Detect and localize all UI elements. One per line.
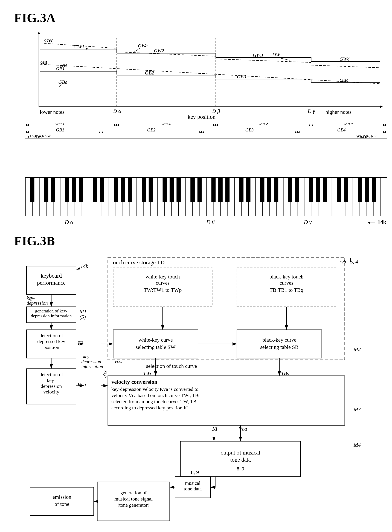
svg-text:GB3: GB3 <box>245 127 254 132</box>
svg-marker-189 <box>368 222 370 224</box>
svg-rect-245 <box>113 330 198 358</box>
svg-rect-248 <box>237 330 322 358</box>
svg-text:DW: DW <box>272 52 280 57</box>
svg-line-36 <box>58 85 62 87</box>
fig3a: FIG.3A weight lower notes higher notes D… <box>14 11 378 227</box>
svg-text:curves: curves <box>156 280 170 286</box>
svg-marker-45 <box>114 124 116 126</box>
svg-rect-182 <box>365 178 369 202</box>
svg-text:white-key touch: white-key touch <box>145 274 180 280</box>
svg-marker-51 <box>213 124 215 126</box>
svg-rect-154 <box>93 178 97 202</box>
svg-text:detection of: detection of <box>40 333 63 338</box>
svg-rect-95 <box>25 139 387 177</box>
svg-rect-157 <box>121 178 125 202</box>
svg-text:keyboard: keyboard <box>41 273 62 279</box>
svg-text:depression: depression <box>27 300 48 306</box>
svg-text:emission: emission <box>52 494 71 500</box>
svg-text:black-key curve: black-key curve <box>262 337 296 343</box>
svg-line-14 <box>117 52 216 56</box>
svg-rect-153 <box>79 178 83 202</box>
svg-text:GB3: GB3 <box>237 74 246 80</box>
svg-rect-164 <box>191 178 195 202</box>
svg-text:rvb: rvb <box>340 259 346 264</box>
svg-text:higher notes: higher notes <box>325 109 351 115</box>
svg-rect-171 <box>260 178 264 202</box>
svg-text:velocity Vca based on touch cu: velocity Vca based on touch curve TWr, T… <box>111 393 200 398</box>
svg-text:velocity: velocity <box>43 389 59 395</box>
svg-marker-81 <box>295 131 297 133</box>
svg-rect-155 <box>100 178 104 202</box>
svg-text:K84  K86: K84 K86 <box>357 135 372 139</box>
svg-text:GB4: GB4 <box>340 77 349 83</box>
svg-text:performance: performance <box>37 280 65 286</box>
svg-text:(tone generator): (tone generator) <box>118 502 149 508</box>
svg-text:Ki: Ki <box>212 426 217 432</box>
svg-text:key-: key- <box>47 377 56 383</box>
svg-text:D α: D α <box>65 219 73 225</box>
svg-text:8, 9: 8, 9 <box>237 466 244 471</box>
svg-text:selected from among touch curv: selected from among touch curves TW, TB <box>111 399 196 404</box>
svg-rect-179 <box>337 178 341 202</box>
svg-text:white-key curve: white-key curve <box>138 337 173 343</box>
svg-text:GWa: GWa <box>138 43 148 48</box>
svg-text:D γ: D γ <box>303 219 312 225</box>
svg-text:Kva: Kva <box>77 382 86 387</box>
svg-marker-63 <box>383 124 385 126</box>
svg-text:GW3: GW3 <box>258 122 268 126</box>
svg-marker-50 <box>117 124 119 126</box>
svg-text:GB1: GB1 <box>56 66 65 71</box>
svg-marker-74 <box>101 131 103 133</box>
svg-text:output of musical: output of musical <box>221 449 260 456</box>
svg-marker-86 <box>297 131 299 133</box>
svg-text:touch curve storage TD: touch curve storage TD <box>111 259 165 266</box>
svg-rect-152 <box>72 178 76 202</box>
svg-text:of tone: of tone <box>55 501 69 507</box>
svg-text:according to depressed key pos: according to depressed key position Ki. <box>111 405 190 410</box>
svg-marker-68 <box>27 131 29 133</box>
svg-text:GW4: GW4 <box>344 122 353 126</box>
svg-text:M2: M2 <box>354 346 361 352</box>
svg-text:musical: musical <box>185 480 200 486</box>
svg-text:GB: GB <box>40 59 47 65</box>
svg-marker-87 <box>383 131 385 133</box>
svg-text:M1: M1 <box>79 308 87 314</box>
svg-text:depression: depression <box>41 383 62 389</box>
svg-marker-56 <box>216 124 218 126</box>
svg-text:Vca: Vca <box>239 426 247 432</box>
svg-rect-160 <box>149 178 153 202</box>
graph-area: weight lower notes higher notes D α D β … <box>25 29 387 121</box>
svg-text:detection of: detection of <box>40 372 63 377</box>
svg-rect-163 <box>177 178 181 202</box>
svg-text:GW1: GW1 <box>55 122 65 126</box>
svg-rect-174 <box>288 178 292 202</box>
svg-text:D α: D α <box>113 108 121 114</box>
svg-text:GW3: GW3 <box>253 52 263 58</box>
svg-text:generation of key-: generation of key- <box>35 309 67 313</box>
svg-marker-2 <box>38 32 40 34</box>
svg-text:selecting table SB: selecting table SB <box>260 344 299 350</box>
svg-text:key-depression velocity Kva is: key-depression velocity Kva is converted… <box>111 386 198 392</box>
svg-rect-173 <box>274 178 278 202</box>
svg-text:GB1: GB1 <box>56 127 64 132</box>
svg-rect-162 <box>170 178 174 202</box>
svg-text:GB2: GB2 <box>145 70 154 75</box>
svg-text:black-key touch: black-key touch <box>270 274 303 280</box>
svg-text:D γ: D γ <box>308 108 315 114</box>
svg-rect-170 <box>246 178 250 202</box>
svg-text:GW1: GW1 <box>74 44 84 49</box>
svg-rect-165 <box>197 178 201 202</box>
svg-text:D β: D β <box>212 108 220 114</box>
svg-rect-158 <box>128 178 132 202</box>
svg-rect-150 <box>51 178 55 202</box>
svg-rect-159 <box>142 178 146 202</box>
svg-rect-178 <box>323 178 327 202</box>
svg-text:selecting table SW: selecting table SW <box>136 344 176 350</box>
svg-rect-151 <box>65 178 69 202</box>
svg-text:8, 9: 8, 9 <box>191 469 199 475</box>
svg-text:GB2: GB2 <box>147 127 156 132</box>
svg-rect-168 <box>225 178 229 202</box>
svg-text:GW: GW <box>44 38 53 43</box>
svg-rect-169 <box>239 178 243 202</box>
svg-rect-177 <box>316 178 320 202</box>
